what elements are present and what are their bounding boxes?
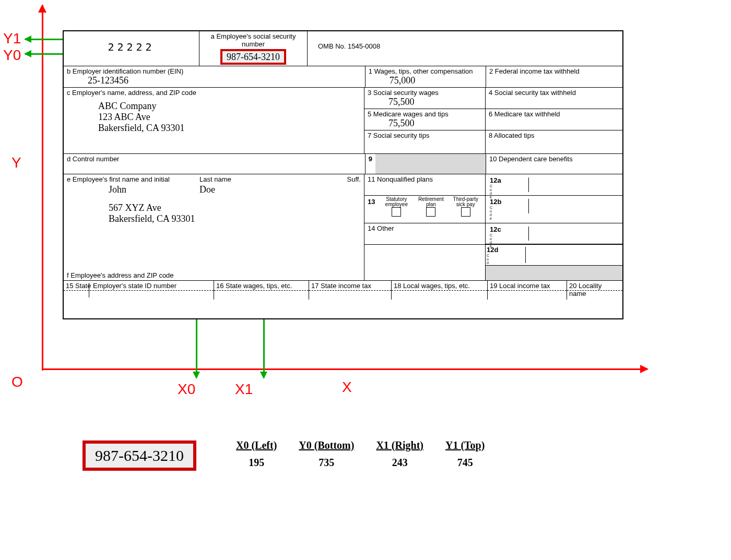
thirdparty-label: Third-party sick pay [450, 197, 482, 207]
box-12a: 12a C o d e [486, 174, 622, 195]
statutory-label: Statutory employee [380, 197, 412, 207]
box-13-label: 13 [368, 197, 375, 206]
x-axis-label: X [342, 379, 352, 396]
box-1-label: 1 Wages, tips, other compensation [369, 67, 482, 75]
coords-h4: Y1 (Top) [435, 438, 495, 452]
box-16-label: 16 State wages, tips, etc. [216, 282, 292, 290]
box-9-label: 9 [366, 154, 375, 174]
box-5: 5 Medicare wages and tips 75,500 [364, 109, 486, 130]
box-a-label: a Employee's social security number [203, 32, 304, 48]
omb-label: OMB No. 1545-0008 [318, 42, 380, 50]
coords-table: X0 (Left) Y0 (Bottom) X1 (Right) Y1 (Top… [225, 437, 496, 470]
box-d-label: d Control number [67, 155, 362, 163]
employee-last: Doe [199, 184, 215, 195]
employee-addr1: 567 XYZ Ave [64, 202, 364, 213]
box-12c: 12c C o d e [486, 223, 622, 244]
box-18-label: 18 Local wages, tips, etc. [394, 282, 470, 290]
box-c-label: c Employer's name, address, and ZIP code [67, 89, 361, 97]
lastname-label: Last name [199, 175, 347, 183]
box-1: 1 Wages, tips, other compensation 75,000 [366, 66, 486, 87]
box-10: 10 Dependent care benefits [486, 154, 622, 174]
box-17: 17 State income tax [309, 281, 392, 300]
box-12c-label: 12c [490, 225, 501, 233]
box-12b: 12b C o d e [486, 196, 622, 217]
box-b-label: b Employer identification number (EIN) [67, 67, 362, 75]
origin-label: O [11, 374, 23, 390]
statutory-checkbox[interactable] [392, 207, 401, 217]
box-8: 8 Allocated tips [486, 130, 622, 153]
box-b: b Employer identification number (EIN) 2… [64, 66, 366, 87]
box-6: 6 Medicare tax withheld [486, 109, 622, 130]
box-20-label: 20 Locality name [569, 282, 602, 297]
employee-first: John [67, 184, 199, 195]
coords-v4: 745 [435, 454, 495, 469]
code-label: C o d e [490, 206, 501, 220]
box-12d-wrap: 12d C o d e [486, 245, 622, 280]
x0-label: X0 [178, 381, 195, 398]
box-14-label: 14 Other [368, 224, 482, 232]
box-10-label: 10 Dependent care benefits [489, 155, 619, 163]
box-e-label: e Employee's first name and initial [67, 175, 199, 183]
suffix-label: Suff. [347, 175, 361, 183]
box-12-shade [486, 266, 622, 280]
box-13: 13 Statutory employee Retirement plan Th… [364, 196, 486, 223]
box-a: a Employee's social security number 987-… [199, 31, 308, 66]
box-7-label: 7 Social security tips [368, 132, 482, 139]
x1-label: X1 [235, 381, 253, 398]
box-f-label: f Employee's address and ZIP code [64, 270, 364, 280]
box-5-label: 5 Medicare wages and tips [368, 110, 482, 118]
coords-v3: 243 [366, 454, 434, 469]
ssn-highlight: 987-654-3210 [220, 49, 286, 65]
employer-addr1: 123 ABC Ave [67, 112, 361, 123]
ssn-highlight-copy: 987-654-3210 [82, 440, 196, 471]
coords-v1: 195 [226, 454, 287, 469]
box-1-value: 75,000 [369, 75, 482, 86]
x-axis [42, 368, 647, 370]
thirdparty-checkbox[interactable] [461, 207, 470, 217]
box-3-label: 3 Social security wages [368, 89, 482, 97]
box-19: 19 Local income tax [488, 281, 567, 300]
form-code: 22222 [64, 31, 199, 66]
box-7: 7 Social security tips [364, 130, 486, 153]
w2-form: 22222 a Employee's social security numbe… [63, 30, 623, 319]
coords-h3: X1 (Right) [366, 438, 434, 452]
employer-addr2: Bakersfield, CA 93301 [67, 123, 361, 134]
coords-h2: Y0 (Bottom) [288, 438, 364, 452]
retirement-label: Retirement plan [418, 197, 444, 207]
box-2: 2 Federal income tax withheld [486, 66, 622, 87]
coords-v2: 735 [288, 454, 364, 469]
box-11: 11 Nonqualified plans [364, 174, 486, 195]
box-4: 4 Social security tax withheld [486, 88, 622, 109]
box-9: 9 [366, 154, 486, 174]
box-12b-label: 12b [490, 198, 501, 206]
box-b-value: 25-123456 [67, 75, 362, 86]
box-12d-label: 12d [487, 246, 498, 254]
box-18: 18 Local wages, tips, etc. [392, 281, 488, 300]
coords-h1: X0 (Left) [226, 438, 287, 452]
box-4-label: 4 Social security tax withheld [489, 89, 619, 97]
employer-name: ABC Company [67, 101, 361, 112]
y0-label: Y0 [3, 47, 21, 64]
box-d: d Control number [64, 154, 366, 174]
omb-cell: OMB No. 1545-0008 [308, 31, 622, 66]
employee-addr2: Bakersfield, CA 93301 [64, 213, 364, 224]
box-14-cont [364, 245, 486, 280]
box-c: c Employer's name, address, and ZIP code… [64, 88, 364, 153]
box-15-label: 15 State Employer's state ID number [66, 282, 176, 290]
y-axis [42, 5, 43, 371]
box-12a-label: 12a [490, 176, 501, 184]
box-8-label: 8 Allocated tips [489, 132, 619, 139]
box-16: 16 State wages, tips, etc. [214, 281, 309, 300]
box-19-label: 19 Local income tax [490, 282, 550, 290]
y-axis-label: Y [11, 154, 21, 171]
box-17-label: 17 State income tax [311, 282, 371, 290]
box-6-label: 6 Medicare tax withheld [489, 110, 619, 118]
box-20: 20 Locality name [567, 281, 622, 300]
box-11-label: 11 Nonqualified plans [368, 175, 482, 183]
box-14: 14 Other [364, 223, 486, 244]
box-3-value: 75,500 [368, 97, 482, 108]
box-15: 15 State Employer's state ID number [64, 281, 214, 300]
y1-label: Y1 [3, 30, 21, 47]
retirement-checkbox[interactable] [426, 207, 435, 217]
box-9-shade [375, 154, 486, 174]
